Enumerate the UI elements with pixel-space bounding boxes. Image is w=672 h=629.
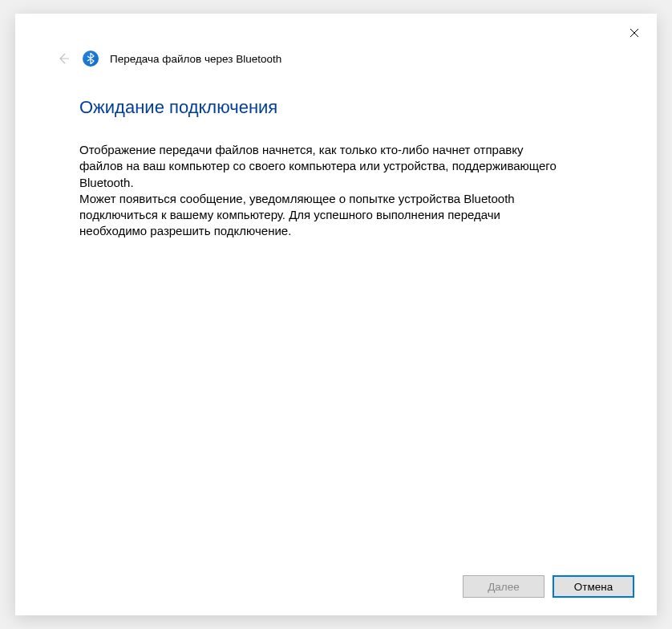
titlebar [15, 14, 657, 47]
back-arrow-icon [57, 52, 70, 65]
footer: Далее Отмена [15, 561, 657, 615]
window-title: Передача файлов через Bluetooth [110, 53, 281, 65]
close-icon [629, 28, 639, 38]
cancel-button[interactable]: Отмена [553, 575, 634, 598]
next-button: Далее [463, 575, 544, 598]
bluetooth-icon [83, 51, 99, 67]
header-row: Передача файлов через Bluetooth [15, 51, 657, 67]
close-button[interactable] [626, 25, 642, 41]
page-heading: Ожидание подключения [79, 97, 593, 118]
bluetooth-transfer-dialog: Передача файлов через Bluetooth Ожидание… [15, 14, 657, 615]
body-text: Отображение передачи файлов начнется, ка… [79, 142, 569, 240]
back-button [55, 51, 71, 67]
content-area: Ожидание подключения Отображение передач… [15, 67, 657, 561]
